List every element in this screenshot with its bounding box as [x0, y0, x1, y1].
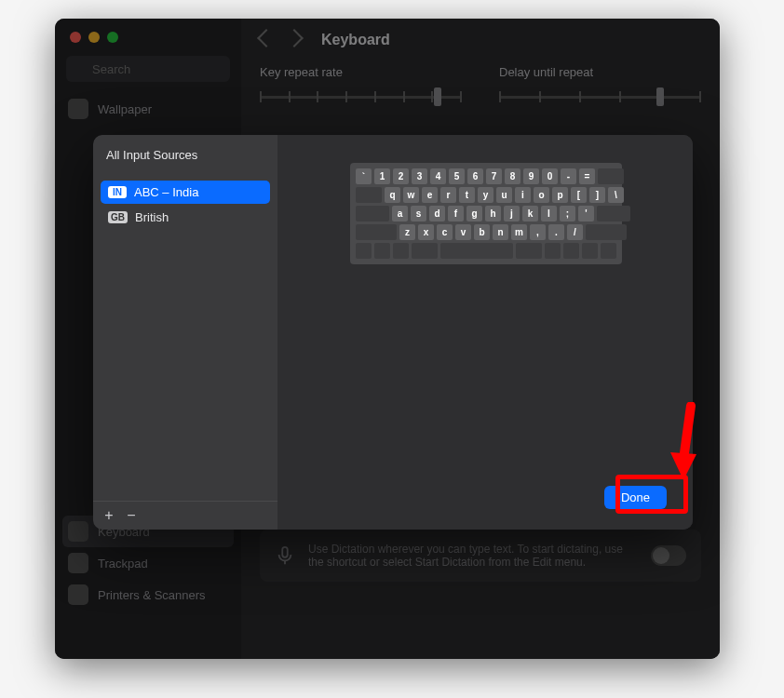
keyboard-key: x [418, 224, 434, 240]
keyboard-key [393, 243, 409, 259]
keyboard-key: s [411, 206, 426, 221]
keyboard-key: g [466, 206, 482, 221]
keyboard-key [598, 168, 624, 184]
modal-sidebar: All Input Sources IN ABC – India GB Brit… [93, 135, 277, 530]
modal-title: All Input Sources [93, 135, 277, 171]
keyboard-key: e [422, 187, 438, 203]
keyboard-key: 2 [393, 168, 409, 184]
keyboard-key: 8 [505, 168, 520, 184]
done-button[interactable]: Done [604, 486, 667, 509]
keyboard-key: 1 [374, 168, 390, 184]
keyboard-key: w [403, 187, 419, 203]
keyboard-key: o [534, 187, 549, 203]
keyboard-key: n [493, 224, 508, 240]
keyboard-key: 0 [542, 168, 558, 184]
keyboard-key [356, 206, 389, 221]
input-source-label: ABC – India [134, 185, 198, 199]
keyboard-key: m [511, 224, 527, 240]
keyboard-key: i [515, 187, 531, 203]
keyboard-key [440, 243, 513, 259]
keyboard-key: v [455, 224, 471, 240]
keyboard-key: q [385, 187, 400, 203]
remove-source-button[interactable]: − [121, 505, 142, 526]
keyboard-key: / [567, 224, 583, 240]
modal-footer: + − [93, 501, 277, 530]
keyboard-key: . [548, 224, 564, 240]
keyboard-key: 3 [412, 168, 427, 184]
keyboard-key: ` [356, 168, 372, 184]
keyboard-key: 5 [449, 168, 465, 184]
input-source-badge: IN [108, 186, 127, 198]
keyboard-key [412, 243, 438, 259]
keyboard-key: - [561, 168, 576, 184]
keyboard-key: h [485, 206, 501, 221]
keyboard-key: y [478, 187, 493, 203]
keyboard-key: 6 [467, 168, 483, 184]
keyboard-key: 9 [523, 168, 539, 184]
keyboard-key: [ [571, 187, 587, 203]
input-source-label: British [135, 210, 169, 224]
input-source-list: IN ABC – India GB British [93, 171, 277, 501]
keyboard-key: k [522, 206, 538, 221]
add-source-button[interactable]: + [99, 505, 119, 526]
modal-preview-panel: `1234567890-=qwertyuiop[]\asdfghjkl;'zxc… [277, 135, 693, 530]
keyboard-key: d [429, 206, 445, 221]
keyboard-key [356, 224, 397, 240]
keyboard-key [601, 243, 616, 259]
keyboard-key: u [496, 187, 512, 203]
keyboard-key: ] [589, 187, 605, 203]
input-sources-modal: All Input Sources IN ABC – India GB Brit… [93, 135, 693, 530]
keyboard-key: 7 [486, 168, 502, 184]
keyboard-key: , [530, 224, 546, 240]
keyboard-key [356, 187, 382, 203]
keyboard-key: a [392, 206, 408, 221]
keyboard-key: c [437, 224, 453, 240]
keyboard-key: j [504, 206, 520, 221]
keyboard-key: z [399, 224, 415, 240]
keyboard-key [545, 243, 561, 259]
keyboard-key [586, 224, 627, 240]
keyboard-key: ; [560, 206, 575, 221]
keyboard-key: l [541, 206, 557, 221]
keyboard-key: \ [608, 187, 624, 203]
keyboard-key [597, 206, 630, 221]
keyboard-key [563, 243, 579, 259]
keyboard-key: p [552, 187, 568, 203]
input-source-badge: GB [108, 211, 128, 223]
keyboard-key: = [579, 168, 595, 184]
input-source-item[interactable]: GB British [101, 206, 270, 229]
keyboard-key [516, 243, 542, 259]
keyboard-key [356, 243, 372, 259]
keyboard-key: 4 [430, 168, 446, 184]
input-source-item[interactable]: IN ABC – India [101, 181, 270, 204]
keyboard-key: ' [578, 206, 594, 221]
keyboard-key [374, 243, 390, 259]
keyboard-key: t [459, 187, 475, 203]
keyboard-key: r [440, 187, 456, 203]
keyboard-key [582, 243, 598, 259]
keyboard-preview: `1234567890-=qwertyuiop[]\asdfghjkl;'zxc… [350, 163, 622, 264]
keyboard-key: b [474, 224, 490, 240]
keyboard-key: f [448, 206, 464, 221]
